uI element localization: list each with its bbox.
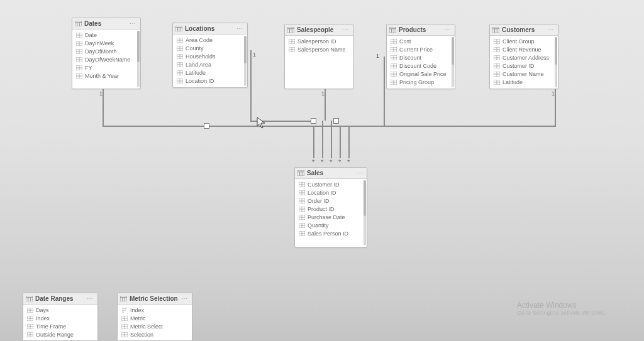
scrollbar[interactable] — [364, 180, 366, 246]
field-item[interactable]: Latitude — [492, 78, 557, 86]
field-item[interactable]: Metric — [120, 314, 191, 322]
field-item[interactable]: Customer Address — [492, 53, 557, 62]
field-label: Days — [36, 307, 49, 313]
field-item[interactable]: Metric Select — [120, 322, 191, 330]
field-item[interactable]: Discount — [389, 53, 453, 62]
field-item[interactable]: Customer ID — [297, 180, 365, 188]
field-item[interactable]: Month & Year — [75, 72, 139, 80]
table-menu-icon[interactable]: ⋯ — [356, 170, 363, 176]
table-body: Date DayInWeek DayOfMonth DayOfWeekName … — [72, 30, 140, 89]
field-item[interactable]: County — [175, 44, 246, 52]
table-header[interactable]: Metric Selection ⋯ — [118, 293, 192, 305]
table-menu-icon[interactable]: ⋯ — [87, 295, 94, 302]
field-item[interactable]: Selection — [120, 330, 191, 338]
field-item[interactable]: Location ID — [175, 77, 246, 85]
cardinality-one-label: 1 — [253, 51, 256, 58]
field-item[interactable]: Time Frame — [26, 322, 96, 330]
cardinality-many-label: * — [312, 158, 314, 166]
field-item[interactable]: DayInWeek — [75, 39, 139, 47]
table-header[interactable]: Customers ⋯ — [490, 24, 558, 36]
table-metric-selection[interactable]: Metric Selection ⋯ Index Metric Metric S… — [117, 293, 192, 341]
field-item[interactable]: Households — [175, 52, 246, 60]
field-item[interactable]: Land Area — [175, 60, 246, 68]
field-item[interactable]: Latitude — [175, 68, 246, 77]
field-item[interactable]: Discount Code — [389, 62, 453, 70]
field-item[interactable]: Purchase Date — [297, 213, 365, 221]
field-item[interactable]: Client Group — [492, 37, 557, 45]
field-item[interactable]: Order ID — [297, 197, 365, 205]
svg-rect-22 — [175, 26, 182, 31]
field-icon — [391, 55, 397, 60]
relationship-line — [103, 89, 104, 127]
scrollbar[interactable] — [452, 37, 454, 87]
relationship-node[interactable] — [333, 118, 339, 124]
field-item[interactable]: Client Revenue — [492, 45, 557, 53]
table-title: Sales — [307, 170, 353, 176]
field-label: Order ID — [308, 198, 330, 204]
field-label: Metric — [130, 315, 146, 322]
table-dates[interactable]: Dates ⋯ Date DayInWeek DayOfMonth DayOfW… — [72, 18, 141, 89]
field-item[interactable]: Outside Range — [26, 330, 96, 338]
field-item[interactable]: DayOfMonth — [75, 47, 139, 55]
field-icon — [27, 332, 33, 337]
field-item[interactable]: Cost — [389, 37, 453, 45]
field-label: Sales Person ID — [308, 230, 348, 237]
table-products[interactable]: Products ⋯ Cost Current Price Discount D… — [386, 24, 455, 89]
table-menu-icon[interactable]: ⋯ — [181, 295, 188, 302]
field-icon — [76, 49, 82, 54]
field-item[interactable]: Location ID — [297, 188, 365, 197]
field-icon — [76, 33, 82, 38]
table-header[interactable]: Locations ⋯ — [173, 23, 247, 35]
field-label: Date — [85, 32, 97, 38]
watermark-title: Activate Windows — [517, 301, 606, 310]
table-header[interactable]: Dates ⋯ — [72, 18, 140, 30]
field-label: Location ID — [308, 190, 336, 196]
table-header[interactable]: Salespeople ⋯ — [285, 24, 353, 36]
field-item[interactable]: Original Sale Price — [389, 70, 453, 78]
table-menu-icon[interactable]: ⋯ — [130, 20, 136, 27]
field-item[interactable]: Pricing Group — [389, 78, 453, 86]
table-header[interactable]: Sales ⋯ — [295, 168, 367, 179]
table-menu-icon[interactable]: ⋯ — [547, 26, 554, 33]
field-icon — [76, 57, 82, 62]
field-item[interactable]: Days — [26, 306, 96, 314]
model-canvas[interactable]: 1 1 1 1 1 * * * * * Dates ⋯ Date DayInWe… — [0, 0, 644, 341]
table-date-ranges[interactable]: Date Ranges ⋯ Days Index Time Frame Outs… — [23, 293, 98, 341]
field-item[interactable]: Salesperson ID — [287, 37, 352, 45]
relationship-node[interactable] — [311, 118, 316, 124]
field-item[interactable]: Date — [75, 31, 139, 39]
table-header[interactable]: Products ⋯ — [387, 24, 455, 36]
scrollbar[interactable] — [244, 36, 247, 86]
relationship-node[interactable] — [204, 123, 209, 129]
table-menu-icon[interactable]: ⋯ — [444, 26, 451, 33]
relationship-line — [313, 126, 314, 158]
field-label: Index — [130, 307, 144, 313]
scrollbar[interactable] — [555, 37, 557, 87]
field-item[interactable]: Customer ID — [492, 62, 557, 70]
field-item[interactable]: Customer Name — [492, 70, 557, 78]
table-icon — [75, 21, 82, 26]
field-item[interactable]: Current Price — [389, 45, 453, 53]
table-body: Salesperson ID Salesperson Name — [285, 36, 353, 89]
table-icon — [297, 170, 304, 176]
field-item[interactable]: Quantity — [297, 221, 365, 229]
table-salespeople[interactable]: Salespeople ⋯ Salesperson ID Salesperson… — [284, 24, 353, 89]
table-locations[interactable]: Locations ⋯ Area Code County Households … — [172, 23, 248, 88]
field-item[interactable]: Product ID — [297, 205, 365, 213]
table-menu-icon[interactable]: ⋯ — [342, 26, 349, 33]
table-title: Date Ranges — [35, 295, 84, 302]
table-header[interactable]: Date Ranges ⋯ — [23, 293, 97, 305]
field-item[interactable]: FY — [75, 63, 139, 72]
scrollbar[interactable] — [137, 31, 140, 87]
field-item[interactable]: Sales Person ID — [297, 229, 365, 237]
field-item[interactable]: Salesperson Name — [287, 45, 352, 53]
field-item[interactable]: DayOfWeekName — [75, 55, 139, 63]
field-item[interactable]: Index — [120, 306, 191, 314]
field-label: Latitude — [186, 70, 206, 76]
field-label: Client Group — [502, 38, 535, 45]
table-menu-icon[interactable]: ⋯ — [236, 25, 243, 32]
table-sales[interactable]: Sales ⋯ Customer ID Location ID Order ID… — [294, 167, 367, 247]
field-item[interactable]: Index — [26, 314, 96, 322]
field-item[interactable]: Area Code — [175, 36, 246, 44]
table-customers[interactable]: Customers ⋯ Client Group Client Revenue … — [489, 24, 558, 89]
